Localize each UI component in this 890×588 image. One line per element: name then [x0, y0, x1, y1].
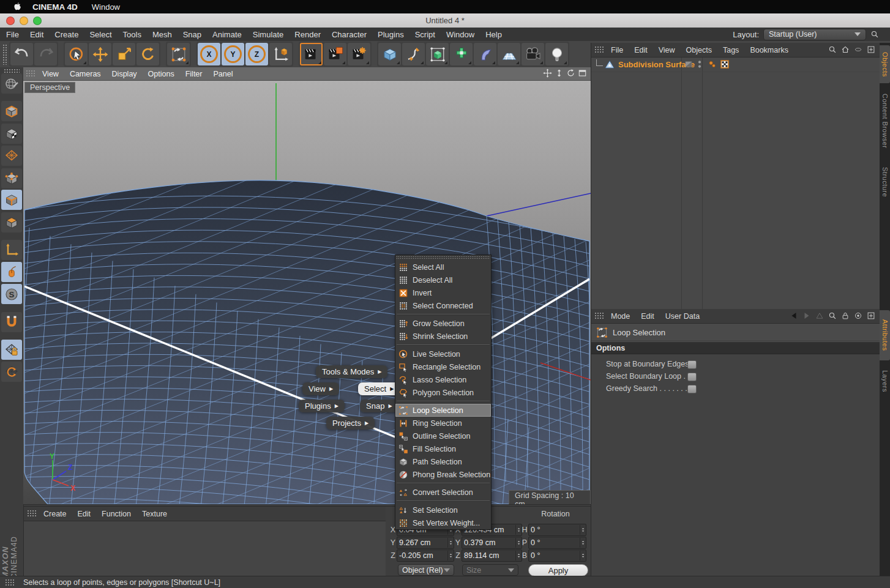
menu-plugins[interactable]: Plugins — [372, 30, 409, 39]
mat-menu-create[interactable]: Create — [38, 510, 72, 518]
last-tool-button[interactable] — [167, 43, 190, 65]
quick-menu-view[interactable]: View▶ — [302, 382, 339, 395]
size-mode-dropdown[interactable]: Size — [462, 564, 518, 576]
rotation-p-input[interactable] — [529, 538, 580, 547]
menu-script[interactable]: Script — [409, 30, 441, 39]
model-mode-button[interactable] — [1, 101, 22, 121]
camera-label[interactable]: Perspective — [24, 82, 75, 93]
menu-create[interactable]: Create — [49, 30, 84, 39]
menu-snap[interactable]: Snap — [178, 30, 207, 39]
menu-simulate[interactable]: Simulate — [247, 30, 290, 39]
viewport-canvas[interactable]: Y Z X Perspective Grid Spacing : 10 cm — [23, 81, 591, 505]
stepper-icon[interactable] — [580, 551, 586, 560]
y-axis-lock-button[interactable]: Y — [222, 43, 244, 65]
object-tree[interactable]: Subdivision Surface — [591, 58, 880, 310]
workplane-mode-button[interactable] — [1, 146, 22, 166]
hierarchy-icon[interactable] — [815, 311, 824, 320]
history-forward-icon[interactable] — [802, 311, 811, 320]
enable-toggle-icon[interactable] — [684, 59, 694, 69]
points-mode-button[interactable] — [1, 168, 22, 188]
quick-menu-tools-modes[interactable]: Tools & Modes▶ — [316, 365, 387, 378]
tab-structure[interactable]: Structure — [880, 159, 890, 206]
stepper-icon[interactable] — [447, 538, 454, 548]
om-menu-file[interactable]: File — [605, 46, 629, 54]
am-menu-mode[interactable]: Mode — [605, 312, 635, 321]
stepper-icon[interactable] — [580, 538, 586, 548]
lock-icon[interactable] — [841, 311, 850, 320]
viewport-pan-icon[interactable] — [543, 69, 552, 78]
menu-item-ring-selection[interactable]: Ring Selection — [395, 417, 491, 430]
viewport-menu-display[interactable]: Display — [107, 70, 143, 78]
position-y-input[interactable] — [397, 538, 447, 547]
mat-menu-texture[interactable]: Texture — [136, 510, 173, 518]
om-menu-tags[interactable]: Tags — [717, 46, 744, 54]
subdivision-surface-button[interactable] — [426, 43, 449, 65]
greedy-search-checkbox[interactable] — [687, 385, 697, 393]
menu-item-rectangle-selection[interactable]: Rectangle Selection — [395, 360, 491, 373]
viewport-grip[interactable] — [26, 70, 36, 78]
history-back-icon[interactable] — [790, 311, 798, 320]
menu-item-select-all[interactable]: Select All — [395, 261, 491, 274]
spline-pen-button[interactable] — [402, 43, 425, 65]
menu-item-convert-selection[interactable]: Convert Selection — [395, 486, 491, 499]
add-cube-button[interactable] — [378, 43, 401, 65]
live-selection-button[interactable] — [65, 43, 88, 65]
subdivision-mesh[interactable] — [23, 81, 591, 504]
menu-item-set-selection[interactable]: Set Selection — [395, 504, 491, 516]
light-button[interactable] — [545, 43, 568, 65]
stop-at-boundary-edges-checkbox[interactable] — [687, 360, 697, 369]
soft-selection-button[interactable]: S — [1, 284, 22, 304]
eye-icon[interactable] — [854, 45, 862, 54]
menu-item-lasso-selection[interactable]: Lasso Selection — [395, 373, 491, 386]
tab-layers[interactable]: Layers — [880, 364, 890, 398]
edges-mode-button[interactable] — [1, 190, 22, 210]
subdivision-surface-object-icon[interactable] — [604, 59, 615, 70]
size-y-input[interactable] — [462, 538, 515, 547]
make-editable-button[interactable] — [1, 73, 22, 94]
om-menu-view[interactable]: View — [653, 46, 681, 54]
menu-item-grow-selection[interactable]: Grow Selection — [395, 317, 491, 330]
tab-attributes[interactable]: Attributes — [880, 310, 890, 360]
rotation-h-field[interactable] — [528, 524, 586, 536]
menu-render[interactable]: Render — [289, 30, 326, 39]
apple-icon[interactable] — [13, 2, 22, 12]
viewport-menu-view[interactable]: View — [37, 70, 64, 78]
snap-toggle-button[interactable] — [1, 312, 22, 332]
focus-icon[interactable] — [854, 311, 862, 320]
texture-mode-button[interactable] — [1, 124, 22, 144]
display-tag-icon[interactable] — [720, 59, 730, 69]
menu-item-deselect-all[interactable]: Deselect All — [395, 274, 491, 286]
tab-content-browser[interactable]: Content Browser — [880, 87, 890, 155]
quick-menu-snap[interactable]: Snap▶ — [360, 400, 398, 412]
viewport-menu-cameras[interactable]: Cameras — [64, 70, 107, 78]
object-row-subdivision-surface[interactable]: Subdivision Surface — [591, 58, 880, 72]
render-view-button[interactable] — [300, 43, 323, 65]
am-menu-userdata[interactable]: User Data — [660, 312, 705, 321]
axis-mode-button[interactable] — [1, 240, 22, 260]
x-axis-lock-button[interactable]: X — [198, 43, 220, 65]
size-y-field[interactable] — [462, 537, 522, 549]
rotation-b-field[interactable] — [528, 549, 586, 562]
menu-item-fill-selection[interactable]: Fill Selection — [395, 442, 491, 455]
render-settings-button[interactable] — [348, 43, 370, 65]
options-section-header[interactable]: Options — [591, 341, 880, 354]
mat-menu-function[interactable]: Function — [96, 510, 136, 518]
menu-item-invert[interactable]: Invert — [395, 286, 491, 299]
apply-button[interactable]: Apply — [528, 564, 588, 576]
coordinate-system-button[interactable] — [269, 43, 292, 65]
stepper-icon[interactable] — [580, 525, 586, 535]
position-z-input[interactable] — [397, 551, 447, 560]
cloner-button[interactable] — [450, 43, 473, 65]
coordinate-mode-dropdown[interactable]: Object (Rel) — [398, 564, 454, 576]
move-button[interactable] — [89, 43, 111, 65]
position-z-field[interactable] — [397, 549, 454, 562]
z-axis-lock-button[interactable]: Z — [245, 43, 268, 65]
workplane-tool-button[interactable] — [1, 362, 22, 382]
menu-item-shrink-selection[interactable]: Shrink Selection — [395, 330, 491, 343]
add-panel-icon[interactable] — [867, 45, 875, 54]
size-z-field[interactable] — [462, 549, 522, 562]
am-menu-edit[interactable]: Edit — [635, 312, 660, 321]
om-menu-edit[interactable]: Edit — [629, 46, 653, 54]
rotation-b-input[interactable] — [529, 551, 580, 560]
visibility-dots-icon[interactable] — [695, 59, 705, 69]
